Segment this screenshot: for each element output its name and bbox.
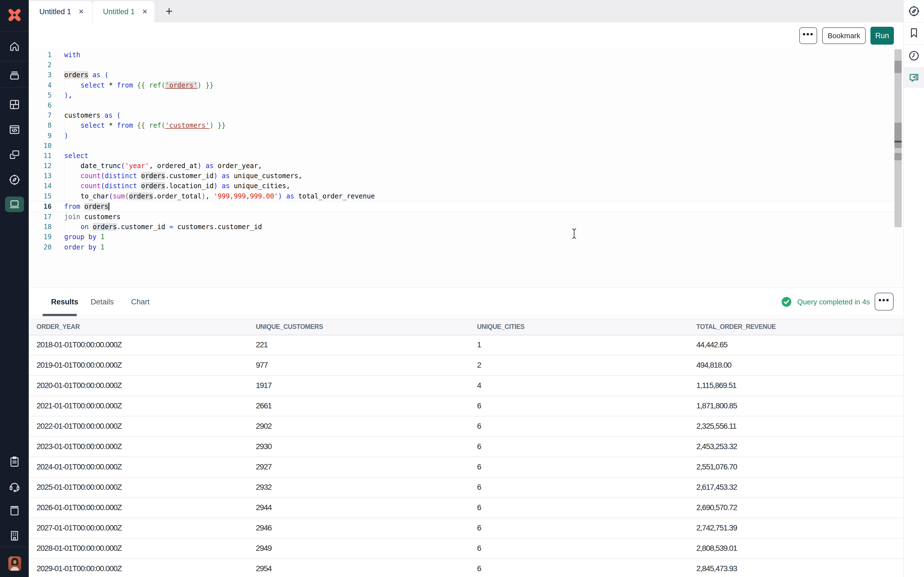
tab-details[interactable]: Details [90, 288, 114, 316]
windows-icon[interactable] [8, 148, 21, 161]
column-header-unique_customers[interactable]: UNIQUE_CUSTOMERS [256, 319, 323, 335]
line-number: 18 [29, 222, 52, 232]
table-row[interactable]: 2019-01-01T00:00:00.000Z9772494,818.00 [29, 355, 903, 376]
tab-bar: Untitled 1 ✕ Untitled 1 ✕ + [29, 0, 903, 23]
line-number: 19 [29, 232, 52, 242]
table-cell: 6 [477, 416, 481, 436]
table-cell: 2,325,556.11 [696, 416, 736, 436]
column-header-total_order_revenue[interactable]: TOTAL_ORDER_REVENUE [696, 319, 776, 335]
tab-untitled-2[interactable]: Untitled 1 ✕ [93, 1, 154, 22]
query-status-text: Query completed in 4s [797, 298, 870, 306]
ai-chat-icon[interactable] [908, 71, 920, 84]
table-cell: 6 [477, 396, 481, 415]
table-body[interactable]: 2018-01-01T00:00:00.000Z221144,442.65201… [29, 335, 903, 577]
code-line-12[interactable]: 12 date_trunc('year', ordered_at) as ord… [29, 161, 903, 171]
column-header-unique_cities[interactable]: UNIQUE_CITIES [477, 319, 525, 335]
code-line-20[interactable]: 20order by 1 [29, 242, 903, 252]
table-cell: 494,818.00 [696, 355, 731, 375]
home-icon[interactable] [8, 40, 21, 53]
query-status: Query completed in 4s [780, 288, 870, 316]
active-tab-underline [43, 314, 77, 316]
more-options-button[interactable]: ••• [799, 27, 817, 44]
table-cell: 2029-01-01T00:00:00.000Z [37, 559, 122, 577]
laptop-icon[interactable] [8, 198, 21, 210]
plus-icon[interactable]: + [158, 0, 180, 22]
ellipsis-icon: ••• [803, 34, 814, 37]
table-row[interactable]: 2020-01-01T00:00:00.000Z191741,115,869.5… [29, 376, 903, 396]
table-cell: 2018-01-01T00:00:00.000Z [37, 335, 122, 354]
code-line-5[interactable]: 5), [29, 90, 903, 100]
bookmark-icon[interactable] [908, 27, 920, 39]
line-number: 4 [29, 80, 52, 90]
table-row[interactable]: 2022-01-01T00:00:00.000Z290262,325,556.1… [29, 416, 903, 437]
clipboard-icon[interactable] [8, 456, 21, 468]
line-number: 9 [29, 131, 52, 141]
right-rail [903, 0, 924, 577]
close-icon[interactable]: ✕ [142, 8, 148, 15]
laptop-active-tile[interactable] [5, 197, 24, 212]
code-line-17[interactable]: 17join customers [29, 212, 903, 222]
run-button[interactable]: Run [871, 27, 894, 45]
tab-chart[interactable]: Chart [131, 288, 150, 316]
code-line-18[interactable]: 18 on orders.customer_id = customers.cus… [29, 222, 903, 232]
close-icon[interactable]: ✕ [78, 8, 84, 15]
table-cell: 2023-01-01T00:00:00.000Z [37, 437, 122, 456]
table-row[interactable]: 2027-01-01T00:00:00.000Z294662,742,751.3… [29, 518, 903, 538]
tab-untitled-1[interactable]: Untitled 1 ✕ [29, 1, 92, 22]
table-row[interactable]: 2025-01-01T00:00:00.000Z293262,617,453.3… [29, 477, 903, 498]
code-area[interactable]: 1with23orders as (4 select * from {{ ref… [29, 50, 903, 252]
app-window: Untitled 1 ✕ Untitled 1 ✕ + ••• Bookmark… [0, 0, 924, 577]
tab-results[interactable]: Results [51, 288, 78, 316]
building-icon[interactable] [8, 530, 21, 542]
column-header-order_year[interactable]: ORDER_YEAR [37, 319, 80, 335]
code-line-2[interactable]: 2 [29, 60, 903, 70]
code-window-icon[interactable] [8, 124, 21, 136]
editor-scrollbar[interactable] [895, 49, 902, 227]
compass-icon[interactable] [8, 174, 21, 186]
code-line-6[interactable]: 6 [29, 100, 903, 110]
table-row[interactable]: 2018-01-01T00:00:00.000Z221144,442.65 [29, 335, 903, 355]
results-more-button[interactable]: ••• [875, 293, 893, 311]
code-line-1[interactable]: 1with [29, 50, 903, 60]
code-line-11[interactable]: 11select [29, 151, 903, 161]
code-line-4[interactable]: 4 select * from {{ ref('orders') }} [29, 80, 903, 90]
line-number: 5 [29, 90, 52, 100]
table-row[interactable]: 2028-01-01T00:00:00.000Z294962,808,539.0… [29, 538, 903, 559]
compass-icon[interactable] [908, 5, 920, 17]
notebook-icon[interactable] [8, 504, 21, 517]
line-number: 16 [29, 201, 52, 211]
code-line-16[interactable]: 16from orders [29, 201, 903, 212]
line-number: 1 [29, 50, 52, 60]
line-number: 11 [29, 151, 52, 161]
table-cell: 2,617,453.32 [696, 477, 737, 497]
hex-logo[interactable] [8, 8, 21, 22]
code-line-7[interactable]: 7customers as ( [29, 110, 903, 121]
sql-editor[interactable]: 1with23orders as (4 select * from {{ ref… [29, 49, 903, 288]
headset-icon[interactable] [8, 480, 21, 493]
code-line-13[interactable]: 13 count(distinct orders.customer_id) as… [29, 171, 903, 181]
table-row[interactable]: 2024-01-01T00:00:00.000Z292762,551,076.7… [29, 457, 903, 477]
code-line-8[interactable]: 8 select * from {{ ref('customers') }} [29, 121, 903, 131]
archive-icon[interactable] [8, 69, 21, 81]
history-clock-icon[interactable] [908, 50, 920, 62]
code-line-9[interactable]: 9) [29, 131, 903, 141]
line-number: 15 [29, 191, 52, 201]
dashboard-grid-icon[interactable] [8, 98, 21, 111]
code-line-3[interactable]: 3orders as ( [29, 70, 903, 80]
bookmark-button[interactable]: Bookmark [822, 27, 866, 44]
code-line-19[interactable]: 19group by 1 [29, 232, 903, 242]
line-number: 14 [29, 181, 52, 191]
ai-chat-tile[interactable] [904, 68, 924, 87]
table-cell: 2020-01-01T00:00:00.000Z [37, 376, 122, 395]
table-row[interactable]: 2021-01-01T00:00:00.000Z266161,871,800.8… [29, 396, 903, 416]
table-row[interactable]: 2023-01-01T00:00:00.000Z293062,453,253.3… [29, 437, 903, 457]
code-line-14[interactable]: 14 count(distinct orders.location_id) as… [29, 181, 903, 191]
table-cell: 1,115,869.51 [696, 376, 736, 395]
code-line-10[interactable]: 10 [29, 141, 903, 151]
table-row[interactable]: 2026-01-01T00:00:00.000Z294462,690,570.7… [29, 498, 903, 518]
table-cell: 2902 [256, 416, 271, 436]
user-avatar[interactable] [8, 556, 21, 571]
table-row[interactable]: 2029-01-01T00:00:00.000Z295462,845,473.9… [29, 559, 903, 577]
table-cell: 2927 [256, 457, 271, 476]
code-line-15[interactable]: 15 to_char(sum(orders.order_total), '999… [29, 191, 903, 201]
